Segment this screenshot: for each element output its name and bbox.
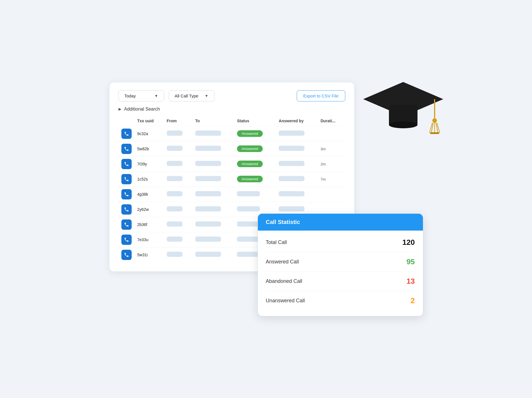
table-row: 5w82bAnswered3m xyxy=(119,141,345,156)
status-badge: Answered xyxy=(237,161,263,167)
arrow-right-icon: ▶ xyxy=(119,107,121,111)
phone-call-button[interactable] xyxy=(121,235,132,245)
call-type-label: All Call Type xyxy=(175,93,198,98)
tx-id: 4g38k xyxy=(134,187,164,202)
date-filter-dropdown[interactable]: Today ▼ xyxy=(119,90,164,101)
to-field xyxy=(192,171,234,187)
phone-call-button[interactable] xyxy=(121,189,132,199)
col-header-status: Status xyxy=(234,117,276,126)
phone-icon-cell xyxy=(119,217,134,232)
duration-cell xyxy=(318,187,345,202)
tx-id: 1c52s xyxy=(134,171,164,187)
status-badge: Answered xyxy=(237,176,263,182)
phone-icon-cell xyxy=(119,202,134,217)
phone-call-button[interactable] xyxy=(121,219,132,230)
duration-value: 2m xyxy=(320,162,326,166)
from-field xyxy=(164,217,192,232)
stat-value: 120 xyxy=(402,238,415,247)
answered-by-cell xyxy=(276,171,318,187)
stat-label: Abandoned Call xyxy=(266,278,302,284)
stat-label: Unanswered Call xyxy=(266,298,305,304)
col-header-icon xyxy=(119,117,134,126)
stat-value: 2 xyxy=(411,296,415,305)
tx-id: 9c32a xyxy=(134,126,164,141)
answered-by-cell xyxy=(276,126,318,141)
phone-call-button[interactable] xyxy=(121,250,132,260)
table-row: 1c52sAnswered7m xyxy=(119,171,345,187)
svg-rect-11 xyxy=(430,132,439,134)
svg-line-10 xyxy=(437,123,440,133)
status-badge: Answered xyxy=(237,145,263,152)
to-field xyxy=(192,126,234,141)
phone-call-button[interactable] xyxy=(121,204,132,215)
status-cell xyxy=(234,187,276,202)
svg-point-3 xyxy=(389,121,417,128)
phone-call-button[interactable] xyxy=(121,144,132,154)
toolbar: Today ▼ All Call Type ▼ Export to CSV Fi… xyxy=(119,90,345,101)
to-field xyxy=(192,232,234,247)
from-field xyxy=(164,126,192,141)
status-cell: Answered xyxy=(234,126,276,141)
answered-by-cell xyxy=(276,141,318,156)
scene: Today ▼ All Call Type ▼ Export to CSV Fi… xyxy=(109,82,423,316)
chevron-down-icon: ▼ xyxy=(205,94,208,98)
stat-value: 95 xyxy=(407,257,415,266)
from-field xyxy=(164,156,192,171)
chevron-down-icon: ▼ xyxy=(154,94,158,98)
stat-label: Total Call xyxy=(266,239,287,245)
phone-call-button[interactable] xyxy=(121,129,132,139)
phone-icon-cell xyxy=(119,171,134,187)
tx-id: 5w82b xyxy=(134,141,164,156)
stat-row: Answered Call95 xyxy=(266,252,415,272)
phone-icon-cell xyxy=(119,156,134,171)
to-field xyxy=(192,247,234,262)
answered-by-cell xyxy=(276,187,318,202)
col-header-txid: Txx uuid xyxy=(134,117,164,126)
col-header-from: From xyxy=(164,117,192,126)
status-cell: Answered xyxy=(234,141,276,156)
tx-id: 7t39y xyxy=(134,156,164,171)
stat-card-title: Call Statistic xyxy=(266,219,300,225)
tx-id: 7e33u xyxy=(134,232,164,247)
phone-icon-cell xyxy=(119,247,134,262)
svg-marker-1 xyxy=(363,82,443,116)
stat-row: Abandoned Call13 xyxy=(266,272,415,291)
table-row: 4g38k xyxy=(119,187,345,202)
from-field xyxy=(164,232,192,247)
answered-by-cell xyxy=(276,156,318,171)
from-field xyxy=(164,187,192,202)
from-field xyxy=(164,247,192,262)
call-type-filter-dropdown[interactable]: All Call Type ▼ xyxy=(169,90,214,101)
stat-value: 13 xyxy=(407,277,415,286)
graduation-cap-decoration xyxy=(360,73,446,148)
phone-icon-cell xyxy=(119,232,134,247)
svg-line-6 xyxy=(431,123,433,133)
date-filter-label: Today xyxy=(125,93,136,98)
export-csv-button[interactable]: Export to CSV File xyxy=(297,90,345,101)
status-badge: Answered xyxy=(237,130,263,137)
to-field xyxy=(192,141,234,156)
additional-search-toggle[interactable]: ▶ Additional Search xyxy=(119,107,345,112)
to-field xyxy=(192,202,234,217)
duration-value: 3m xyxy=(320,147,326,151)
col-header-answered-by: Answered by xyxy=(276,117,318,126)
svg-line-8 xyxy=(436,123,438,133)
stat-row: Unanswered Call2 xyxy=(266,291,415,310)
to-field xyxy=(192,217,234,232)
phone-call-button[interactable] xyxy=(121,174,132,184)
table-row: 9c32aAnswered xyxy=(119,126,345,141)
duration-value: 7m xyxy=(320,177,326,181)
svg-marker-0 xyxy=(363,82,443,116)
stat-row: Total Call120 xyxy=(266,233,415,252)
stat-card: Call Statistic Total Call120Answered Cal… xyxy=(258,213,423,316)
duration-cell: 7m xyxy=(318,171,345,187)
tx-id: 5w31i xyxy=(134,247,164,262)
tx-id: 2y62w xyxy=(134,202,164,217)
phone-call-button[interactable] xyxy=(121,159,132,169)
to-field xyxy=(192,187,234,202)
from-field xyxy=(164,202,192,217)
col-header-duration: Durati... xyxy=(318,117,345,126)
from-field xyxy=(164,141,192,156)
stat-card-header: Call Statistic xyxy=(258,214,423,231)
duration-cell: 2m xyxy=(318,156,345,171)
